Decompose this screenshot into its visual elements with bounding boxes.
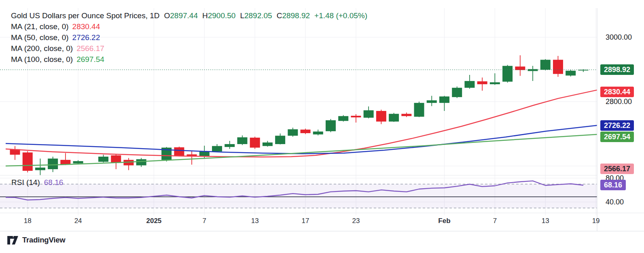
ohlc-key: O	[164, 11, 170, 20]
ma100-line[interactable]	[6, 134, 597, 166]
legend: Gold US Dollars per Ounce Spot Prices, 1…	[11, 10, 367, 65]
candle-body[interactable]	[35, 168, 45, 170]
indicator-value: 2726.22	[72, 33, 100, 42]
candle-body[interactable]	[351, 116, 361, 117]
axis-time-label: 13	[529, 217, 561, 225]
tradingview-logo[interactable]: TradingView	[7, 236, 65, 244]
ohlc-key: L	[240, 11, 244, 20]
indicator-row[interactable]: MA (21, close, 0)2830.44	[11, 21, 367, 32]
axis-time-label: 19	[580, 217, 612, 225]
ohlc-key: C	[277, 11, 282, 20]
candle-body[interactable]	[566, 71, 576, 76]
candle-body[interactable]	[326, 120, 336, 131]
candle-body[interactable]	[414, 103, 424, 117]
candle-body[interactable]	[73, 161, 83, 164]
ohlc-value: 2892.05	[244, 11, 272, 20]
indicator-row[interactable]: MA (50, close, 0)2726.22	[11, 32, 367, 43]
rsi-label-row[interactable]: RSI (14)68.16	[11, 178, 63, 187]
ohlc-key: H	[202, 11, 208, 20]
candle-body[interactable]	[452, 88, 462, 97]
indicator-label: MA (50, close, 0)	[11, 33, 69, 42]
candle-body[interactable]	[376, 111, 386, 121]
candle-body[interactable]	[250, 138, 260, 148]
indicator-legend: MA (21, close, 0)2830.44MA (50, close, 0…	[11, 21, 367, 65]
candle-body[interactable]	[389, 114, 399, 121]
tradingview-logo-icon	[7, 236, 18, 244]
candle-body[interactable]	[288, 129, 298, 136]
indicator-label: MA (21, close, 0)	[11, 22, 69, 31]
price-badge: 2697.54	[600, 132, 634, 142]
axis-time-label: 17	[289, 217, 322, 225]
candle-body[interactable]	[477, 81, 487, 84]
indicator-value: 2830.44	[72, 22, 100, 31]
ohlc-value: 2897.44	[170, 11, 198, 20]
indicator-label: MA (100, close, 0)	[11, 55, 73, 64]
axis-time-label: 24	[62, 217, 94, 225]
axis-price-label: 40.00	[606, 198, 624, 206]
axis-time-label: 23	[340, 217, 372, 225]
candle-body[interactable]	[23, 153, 33, 171]
price-badge: 2566.17	[600, 164, 634, 174]
indicator-value: 2697.54	[76, 55, 104, 64]
axis-price-label: 3000.00	[606, 33, 632, 42]
candle-body[interactable]	[528, 69, 538, 71]
indicator-row[interactable]: MA (100, close, 0)2697.54	[11, 54, 367, 65]
symbol-title[interactable]: Gold US Dollars per Ounce Spot Prices, 1…	[11, 11, 160, 20]
axis-time-label: Feb	[428, 217, 460, 225]
tradingview-logo-text: TradingView	[22, 236, 65, 244]
rsi-band	[0, 184, 597, 208]
candle-body[interactable]	[427, 100, 437, 103]
candle-body[interactable]	[490, 82, 500, 84]
candle-body[interactable]	[225, 144, 235, 147]
axis-time-label: 2025	[138, 217, 170, 225]
price-badge: 2726.22	[600, 120, 634, 131]
axis-time-label: 7	[479, 217, 511, 225]
candle-body[interactable]	[174, 147, 184, 156]
price-badge: 2898.92	[600, 64, 634, 75]
axis-time-label: 7	[188, 217, 220, 225]
candle-body[interactable]	[237, 137, 247, 144]
axis-time-label: 18	[11, 217, 44, 225]
price-badge: 68.16	[600, 180, 626, 190]
candle-body[interactable]	[263, 142, 273, 146]
axis-price-label: 2800.00	[606, 98, 632, 106]
price-badge: 2830.44	[600, 87, 634, 97]
axis-time-label: 13	[239, 217, 271, 225]
candle-body[interactable]	[553, 60, 563, 74]
rsi-value: 68.16	[44, 178, 64, 187]
change-readout: +1.48 (+0.05%)	[314, 11, 367, 20]
candle-body[interactable]	[401, 114, 411, 116]
indicator-row[interactable]: MA (200, close, 0)2566.17	[11, 43, 367, 54]
candle-body[interactable]	[212, 146, 222, 152]
candle-body[interactable]	[338, 116, 348, 121]
title-row: Gold US Dollars per Ounce Spot Prices, 1…	[11, 10, 367, 21]
candle-body[interactable]	[301, 130, 311, 133]
candle-body[interactable]	[136, 159, 146, 165]
candle-body[interactable]	[98, 157, 108, 162]
chart-root: Gold US Dollars per Ounce Spot Prices, 1…	[0, 0, 644, 253]
candle-body[interactable]	[275, 136, 285, 144]
candle-body[interactable]	[540, 60, 551, 70]
ohlc-value: 2898.92	[282, 11, 310, 20]
candle-body[interactable]	[464, 81, 475, 88]
rsi-name: RSI (14)	[11, 178, 40, 187]
time-axis[interactable]: 182420257131723Feb71319	[0, 213, 597, 231]
indicator-value: 2566.17	[76, 44, 104, 53]
candle-body[interactable]	[502, 66, 513, 82]
candle-body[interactable]	[364, 110, 374, 117]
price-axis[interactable]: 3000.002800.0080.0040.002898.922830.4427…	[597, 0, 644, 231]
ohlc-value: 2900.50	[208, 11, 236, 20]
candle-body[interactable]	[111, 155, 121, 163]
candle-body[interactable]	[48, 159, 58, 169]
ohlc-readout: O2897.44H2900.50L2892.05C2898.92	[160, 11, 310, 20]
candle-body[interactable]	[439, 96, 449, 103]
indicator-label: MA (200, close, 0)	[11, 44, 73, 53]
candle-body[interactable]	[313, 132, 323, 134]
